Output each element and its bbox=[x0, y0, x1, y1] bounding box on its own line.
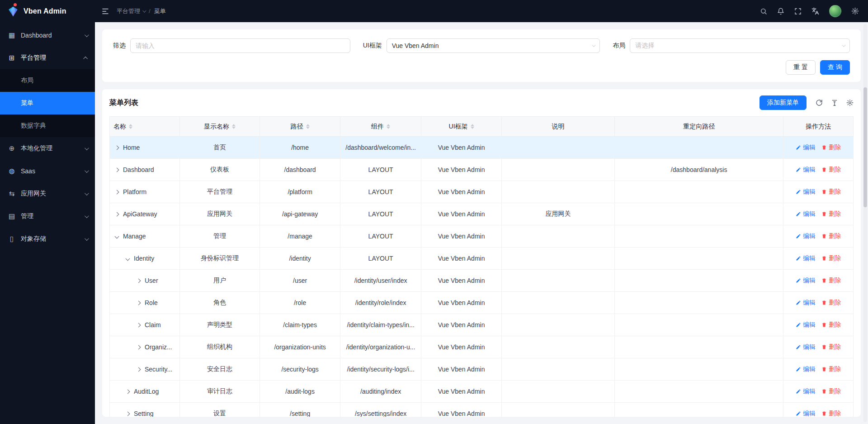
edit-link[interactable]: 编辑 bbox=[796, 299, 815, 307]
app-title: Vben Admin bbox=[24, 7, 66, 15]
delete-link[interactable]: 删除 bbox=[821, 254, 841, 262]
column-header[interactable]: 路径 bbox=[260, 117, 340, 137]
row-expand-icon[interactable] bbox=[126, 256, 130, 261]
sidebar-subitem[interactable]: 数据字典 bbox=[0, 114, 95, 137]
column-header-label: 操作方法 bbox=[806, 123, 831, 131]
row-expand-icon[interactable] bbox=[137, 367, 141, 372]
sidebar-item-label: 应用网关 bbox=[21, 190, 85, 198]
delete-link[interactable]: 删除 bbox=[821, 143, 841, 152]
platform-icon: ⊞ bbox=[7, 54, 16, 62]
row-expand-icon[interactable] bbox=[137, 300, 141, 305]
edit-link[interactable]: 编辑 bbox=[796, 232, 815, 240]
topbar-icons bbox=[760, 5, 859, 17]
edit-link[interactable]: 编辑 bbox=[796, 321, 815, 329]
column-settings-gear-icon[interactable] bbox=[846, 99, 854, 106]
sidebar-item[interactable]: ▯对象存储 bbox=[0, 228, 95, 250]
framework-select[interactable]: Vue Vben Admin bbox=[387, 38, 600, 53]
logo[interactable]: Vben Admin bbox=[0, 0, 95, 22]
cell-description bbox=[501, 336, 614, 358]
add-menu-button[interactable]: 添加新菜单 bbox=[760, 95, 807, 110]
avatar[interactable] bbox=[829, 5, 841, 17]
column-header-label: 路径 bbox=[291, 123, 303, 131]
delete-link[interactable]: 删除 bbox=[821, 321, 841, 329]
sidebar-item[interactable]: ⇆应用网关 bbox=[0, 182, 95, 205]
row-expand-icon[interactable] bbox=[126, 411, 130, 416]
delete-link[interactable]: 删除 bbox=[821, 387, 841, 395]
cell-path: /setting bbox=[260, 403, 340, 417]
delete-link[interactable]: 删除 bbox=[821, 276, 841, 285]
pencil-icon bbox=[796, 256, 801, 261]
edit-link[interactable]: 编辑 bbox=[796, 365, 815, 373]
sidebar: Vben Admin ▦Dashboard⊞平台管理布局菜单数据字典⊕本地化管理… bbox=[0, 0, 95, 424]
cell-description bbox=[501, 159, 614, 181]
layout-select-placeholder: 请选择 bbox=[635, 42, 842, 50]
delete-link[interactable]: 删除 bbox=[821, 232, 841, 240]
column-header[interactable]: 组件 bbox=[340, 117, 421, 137]
edit-link[interactable]: 编辑 bbox=[796, 410, 815, 417]
sidebar-item[interactable]: ◍Saas bbox=[0, 160, 95, 182]
delete-link[interactable]: 删除 bbox=[821, 365, 841, 373]
row-expand-icon[interactable] bbox=[115, 145, 119, 150]
row-expand-icon[interactable] bbox=[137, 278, 141, 283]
cell-framework: Vue Vben Admin bbox=[421, 270, 502, 292]
delete-link[interactable]: 删除 bbox=[821, 410, 841, 417]
reset-button[interactable]: 重 置 bbox=[786, 60, 816, 75]
edit-link[interactable]: 编辑 bbox=[796, 387, 815, 395]
breadcrumb-current: 菜单 bbox=[154, 7, 166, 15]
cell-display-name: 角色 bbox=[179, 292, 260, 314]
sidebar-item[interactable]: ▦Dashboard bbox=[0, 24, 95, 47]
row-expand-icon[interactable] bbox=[115, 212, 119, 216]
layout-select[interactable]: 请选择 bbox=[630, 38, 850, 53]
column-header[interactable]: 名称 bbox=[110, 117, 180, 137]
cell-display-name: 设置 bbox=[179, 403, 260, 417]
edit-link[interactable]: 编辑 bbox=[796, 210, 815, 218]
search-icon[interactable] bbox=[760, 8, 767, 15]
edit-link[interactable]: 编辑 bbox=[796, 143, 815, 152]
vertical-scrollbar[interactable] bbox=[863, 24, 867, 422]
sidebar-subitem[interactable]: 布局 bbox=[0, 69, 95, 92]
breadcrumb-parent[interactable]: 平台管理 bbox=[117, 7, 145, 15]
query-button[interactable]: 查 询 bbox=[820, 60, 850, 75]
scrollbar-thumb[interactable] bbox=[863, 87, 867, 207]
sidebar-collapse-icon[interactable] bbox=[101, 7, 109, 15]
row-expand-icon[interactable] bbox=[115, 167, 119, 172]
edit-link[interactable]: 编辑 bbox=[796, 343, 815, 351]
trash-icon bbox=[821, 389, 827, 394]
edit-link[interactable]: 编辑 bbox=[796, 166, 815, 174]
delete-link[interactable]: 删除 bbox=[821, 210, 841, 218]
row-name: User bbox=[145, 277, 158, 284]
row-expand-icon[interactable] bbox=[137, 345, 141, 349]
edit-link[interactable]: 编辑 bbox=[796, 276, 815, 285]
cell-path: /identity bbox=[260, 248, 340, 270]
delete-link[interactable]: 删除 bbox=[821, 166, 841, 174]
delete-link[interactable]: 删除 bbox=[821, 188, 841, 196]
row-expand-icon[interactable] bbox=[126, 389, 130, 394]
edit-link[interactable]: 编辑 bbox=[796, 188, 815, 196]
filter-keyword-input[interactable] bbox=[130, 38, 350, 53]
refresh-icon[interactable] bbox=[816, 99, 823, 106]
row-expand-icon[interactable] bbox=[115, 234, 119, 238]
column-header[interactable]: 显示名称 bbox=[179, 117, 260, 137]
sidebar-item[interactable]: ▤管理 bbox=[0, 205, 95, 228]
translate-icon[interactable] bbox=[811, 7, 819, 15]
fullscreen-icon[interactable] bbox=[794, 8, 802, 15]
logo-badge-dot bbox=[14, 3, 17, 6]
trash-icon bbox=[821, 211, 827, 217]
sidebar-item[interactable]: ⊞平台管理 bbox=[0, 47, 95, 69]
row-expand-icon[interactable] bbox=[137, 323, 141, 327]
bell-icon[interactable] bbox=[777, 8, 784, 15]
cell-actions: 编辑删除 bbox=[783, 225, 854, 248]
delete-link[interactable]: 删除 bbox=[821, 343, 841, 351]
row-height-icon[interactable] bbox=[831, 99, 838, 106]
pencil-icon bbox=[796, 211, 801, 217]
cell-redirect bbox=[614, 358, 783, 381]
edit-link[interactable]: 编辑 bbox=[796, 254, 815, 262]
column-header[interactable]: UI框架 bbox=[421, 117, 502, 137]
settings-gear-icon[interactable] bbox=[851, 7, 859, 15]
row-expand-icon[interactable] bbox=[115, 190, 119, 194]
cell-redirect bbox=[614, 314, 783, 336]
delete-link[interactable]: 删除 bbox=[821, 299, 841, 307]
sidebar-subitem[interactable]: 菜单 bbox=[0, 92, 95, 114]
sidebar-item[interactable]: ⊕本地化管理 bbox=[0, 137, 95, 160]
cell-actions: 编辑删除 bbox=[783, 292, 854, 314]
